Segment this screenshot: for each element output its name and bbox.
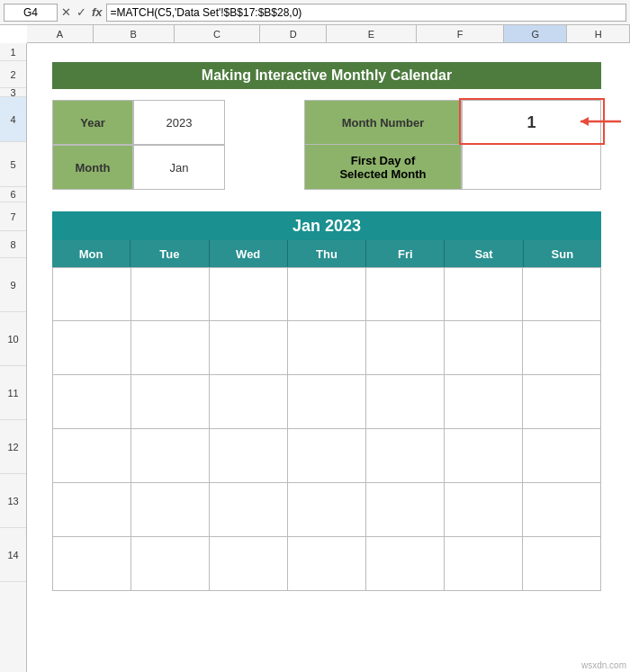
col-header-d: D (260, 25, 327, 42)
cal-cell-r3c2[interactable] (131, 375, 210, 429)
row-num-12: 12 (0, 420, 26, 474)
cal-cell-r4c4[interactable] (288, 429, 366, 483)
month-row: Month Jan (52, 145, 225, 190)
month-number-row: Month Number 1 (304, 100, 601, 145)
cal-cell-r4c1[interactable] (52, 429, 131, 483)
first-day-value[interactable] (462, 145, 601, 190)
cal-cell-r2c1[interactable] (52, 321, 131, 375)
day-header-thu: Thu (288, 240, 366, 267)
day-header-wed: Wed (210, 240, 288, 267)
month-label: Month (52, 145, 133, 190)
calendar-header: Jan 2023 (52, 211, 601, 240)
row-num-10: 10 (0, 312, 26, 366)
cal-cell-r5c5[interactable] (366, 483, 445, 537)
day-header-mon: Mon (52, 240, 130, 267)
first-day-label: First Day ofSelected Month (304, 145, 462, 190)
cal-cell-r4c5[interactable] (366, 429, 445, 483)
cal-cell-r5c4[interactable] (288, 483, 366, 537)
cal-cell-r4c2[interactable] (131, 429, 210, 483)
cal-cell-r2c6[interactable] (445, 321, 523, 375)
formula-icons: ✕ ✓ fx (61, 5, 103, 19)
cal-cell-r1c3[interactable] (210, 267, 288, 321)
first-day-row: First Day ofSelected Month (304, 145, 601, 190)
cal-cell-r5c6[interactable] (445, 483, 523, 537)
cal-cell-r3c7[interactable] (523, 375, 601, 429)
spreadsheet: A B C D E F G H 1 2 3 4 5 6 7 8 9 10 11 … (0, 25, 630, 672)
month-value[interactable]: Jan (133, 145, 225, 190)
row-num-13: 13 (0, 474, 26, 528)
col-header-b: B (94, 25, 175, 42)
cal-cell-r4c6[interactable] (445, 429, 523, 483)
cell-reference-box[interactable]: G4 (4, 4, 58, 22)
cal-cell-r1c2[interactable] (131, 267, 210, 321)
cancel-icon[interactable]: ✕ (61, 5, 71, 19)
cal-cell-r2c3[interactable] (210, 321, 288, 375)
cal-cell-r2c7[interactable] (523, 321, 601, 375)
col-header-e: E (327, 25, 417, 42)
cal-cell-r4c7[interactable] (523, 429, 601, 483)
cal-cell-r2c2[interactable] (131, 321, 210, 375)
confirm-icon[interactable]: ✓ (76, 5, 86, 19)
day-header-tue: Tue (130, 240, 209, 267)
cal-cell-r3c6[interactable] (445, 375, 523, 429)
cal-cell-r3c4[interactable] (288, 375, 366, 429)
row-num-2: 2 (0, 61, 26, 88)
day-headers: Mon Tue Wed Thu Fri Sat Sun (52, 240, 601, 267)
cal-cell-r1c5[interactable] (366, 267, 445, 321)
cal-cell-r5c7[interactable] (523, 483, 601, 537)
row-num-9: 9 (0, 258, 26, 312)
cal-row-1 (52, 267, 601, 321)
cal-row-6 (52, 537, 601, 591)
cal-cell-r6c3[interactable] (210, 537, 288, 591)
row-num-1: 1 (0, 43, 26, 61)
cal-cell-r4c3[interactable] (210, 429, 288, 483)
cal-row-4 (52, 429, 601, 483)
cal-cell-r1c6[interactable] (445, 267, 523, 321)
cal-cell-r6c5[interactable] (366, 537, 445, 591)
row-num-4: 4 (0, 97, 26, 142)
calendar-grid (52, 267, 601, 591)
row-num-5: 5 (0, 142, 26, 187)
col-header-a: A (27, 25, 94, 42)
day-header-fri: Fri (366, 240, 445, 267)
row-num-8: 8 (0, 231, 26, 258)
cal-cell-r5c2[interactable] (131, 483, 210, 537)
info-table-left: Year 2023 Month Jan (52, 100, 225, 190)
day-header-sun: Sun (524, 240, 601, 267)
formula-input[interactable]: =MATCH(C5,'Data Set'!$B$17:$B$28,0) (106, 4, 626, 22)
day-header-sat: Sat (445, 240, 523, 267)
row-numbers: 1 2 3 4 5 6 7 8 9 10 11 12 13 14 (0, 43, 27, 672)
main-content: Making Interactive Monthly Calendar Year… (27, 43, 630, 672)
info-table-right: Month Number 1 First Day ofSelected Mont… (304, 100, 601, 190)
cal-cell-r5c3[interactable] (210, 483, 288, 537)
cal-cell-r1c7[interactable] (523, 267, 601, 321)
cal-cell-r6c4[interactable] (288, 537, 366, 591)
title-banner: Making Interactive Monthly Calendar (52, 62, 601, 89)
col-header-h: H (567, 25, 630, 42)
insert-function-icon[interactable]: fx (92, 5, 103, 19)
column-headers: A B C D E F G H (27, 25, 630, 43)
cal-cell-r6c7[interactable] (523, 537, 601, 591)
col-header-f: F (417, 25, 505, 42)
cal-cell-r2c4[interactable] (288, 321, 366, 375)
cal-cell-r3c3[interactable] (210, 375, 288, 429)
cal-cell-r6c6[interactable] (445, 537, 523, 591)
row-num-6: 6 (0, 187, 26, 202)
watermark: wsxdn.com (581, 660, 626, 670)
year-value[interactable]: 2023 (133, 100, 225, 145)
calendar-title: Jan 2023 (292, 217, 361, 236)
cal-cell-r6c1[interactable] (52, 537, 131, 591)
grid-area: 1 2 3 4 5 6 7 8 9 10 11 12 13 14 Making … (0, 43, 630, 672)
year-label: Year (52, 100, 133, 145)
cal-cell-r2c5[interactable] (366, 321, 445, 375)
cal-cell-r3c1[interactable] (52, 375, 131, 429)
row-num-11: 11 (0, 366, 26, 420)
cal-cell-r6c2[interactable] (131, 537, 210, 591)
cal-cell-r1c1[interactable] (52, 267, 131, 321)
cal-cell-r3c5[interactable] (366, 375, 445, 429)
month-number-label: Month Number (304, 100, 462, 145)
cal-cell-r5c1[interactable] (52, 483, 131, 537)
cal-cell-r1c4[interactable] (288, 267, 366, 321)
month-number-value[interactable]: 1 (462, 100, 601, 145)
row-num-7: 7 (0, 202, 26, 231)
